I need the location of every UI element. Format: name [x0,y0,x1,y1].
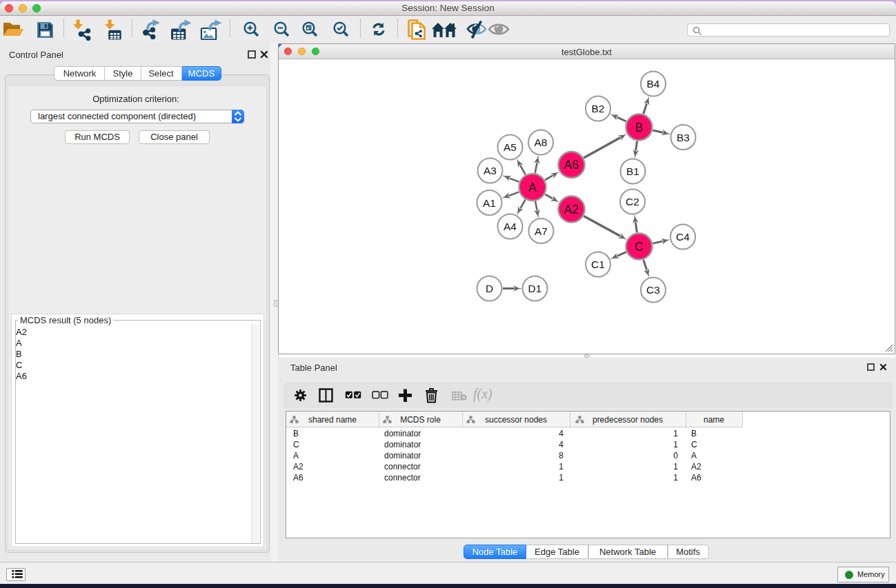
svg-text:B4: B4 [647,78,660,90]
svg-text:B3: B3 [677,132,690,143]
svg-text:D1: D1 [528,283,542,294]
svg-text:D: D [486,283,493,294]
svg-text:C: C [635,240,644,254]
svg-text:A6: A6 [564,158,579,172]
svg-text:A5: A5 [504,141,517,153]
svg-text:A: A [528,181,537,194]
svg-text:C3: C3 [646,284,660,296]
svg-text:A7: A7 [535,225,548,237]
svg-text:B: B [635,121,644,134]
svg-text:C1: C1 [591,258,605,270]
svg-text:C4: C4 [676,231,690,243]
svg-text:C2: C2 [626,196,639,207]
svg-text:A8: A8 [535,136,548,148]
svg-text:A1: A1 [483,197,496,209]
svg-text:B1: B1 [626,165,639,177]
svg-text:A3: A3 [484,165,497,176]
svg-text:A4: A4 [504,221,517,232]
svg-text:A2: A2 [564,203,579,216]
svg-text:B2: B2 [592,103,605,114]
